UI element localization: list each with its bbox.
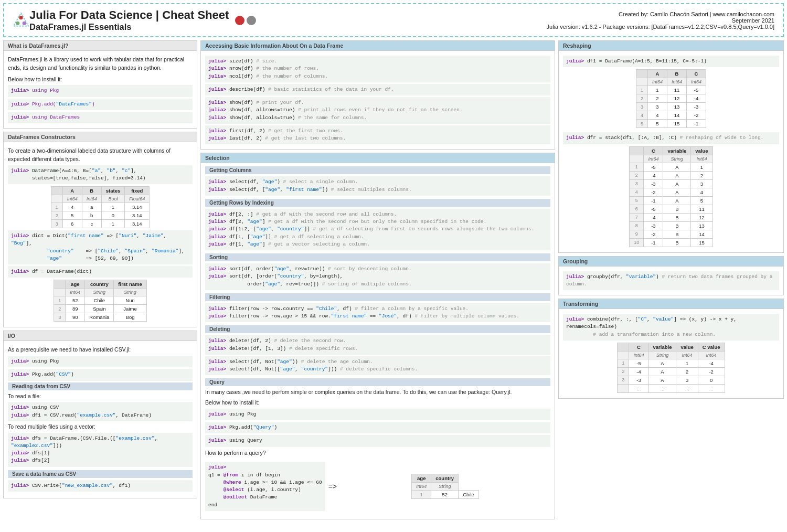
constructor-code-1: julia> DataFrame(A=4:6, B=["a", "b", "c"… (8, 165, 193, 185)
select-cols-code: julia> select(df, "age") # select a sing… (205, 176, 550, 196)
query-how-label: How to perform a query? (205, 449, 550, 457)
circle-gray-icon (247, 16, 256, 25)
reshaping-section: Reshaping julia> df1 = DataFrame(A=1:5, … (558, 40, 784, 253)
constructor-table-2: agecountryfirst name Int64StringString 1… (54, 280, 146, 322)
grouping-section: Grouping julia> groupby(dfr, "variable")… (558, 256, 784, 296)
query-header: Query (205, 378, 550, 386)
accessing-section: Accessing Basic Information About On a D… (200, 40, 555, 150)
delete-code: julia> delete!(df, 2) # delete the secon… (205, 335, 550, 355)
access-code-3: julia> show(df) # print your df. julia> … (205, 97, 550, 124)
filter-code: julia> filter(row -> row.country == "Chi… (205, 303, 550, 323)
svg-point-1 (19, 16, 23, 19)
grouping-code: julia> groupby(dfr, "variable") # return… (563, 271, 779, 291)
save-csv-subsection: Save a data frame as CSV julia> CSV.writ… (8, 470, 193, 492)
io-code-5: julia> CSV.write("new_example.csv", df1) (8, 480, 193, 492)
io-code-4: julia> dfs = DataFrame.(CSV.File.(["exam… (8, 433, 193, 467)
transforming-section: Transforming julia> combine(dfr, :, ["C"… (558, 299, 784, 399)
grouping-body: julia> groupby(dfr, "variable") # return… (559, 267, 783, 295)
selection-body: Getting Columns julia> select(df, "age")… (201, 163, 555, 519)
constructors-text: To create a two-dimensional labeled data… (8, 147, 193, 164)
reading-csv-subsection: Reading data from CSV To read a file: ju… (8, 382, 193, 467)
query-install-code-1: julia> using Pkg (205, 409, 550, 420)
read-file-label: To read a file: (8, 392, 193, 401)
circle-red-icon (235, 16, 244, 25)
selection-header: Selection (201, 153, 555, 163)
query-install-code-2: julia> Pkg.add("Query") (205, 422, 550, 433)
deleting-subsection: Deleting julia> delete!(df, 2) # delete … (205, 325, 550, 375)
arrow-icon: => (328, 482, 337, 491)
transform-code: julia> combine(dfr, :, ["C", "value"] =>… (563, 314, 779, 341)
access-code-4: julia> first(df, 2) # get the first two … (205, 125, 550, 145)
page-title-sub: DataFrames.jl Essentials (29, 22, 229, 32)
install-code-3: julia> using DataFrames (8, 112, 193, 123)
query-example: julia> q1 = @from i in df begin @where i… (205, 460, 550, 513)
install-label: Below how to install it: (8, 76, 193, 84)
reshape-table-1: ABC Int64Int64Int64 1111-5 2212-4 3313-3… (636, 69, 706, 128)
page-title-main: Julia For Data Science | Cheat Sheet (29, 8, 229, 22)
mid-column: Accessing Basic Information About On a D… (200, 40, 555, 523)
getting-cols-header: Getting Columns (205, 166, 550, 174)
getting-rows-subsection: Getting Rows by Indexing julia> df[2, :]… (205, 199, 550, 250)
what-is-section: What is DataFrames.jl? DataFrames.jl is … (3, 40, 197, 129)
constructor-code-3: julia> df = DataFrame(dict) (8, 266, 193, 278)
install-code-1: julia> using Pkg (8, 85, 193, 97)
accessing-header: Accessing Basic Information About On a D… (201, 41, 555, 51)
transform-table: CvariablevalueC value Int64StringInt64In… (617, 343, 725, 393)
getting-rows-header: Getting Rows by Indexing (205, 199, 550, 207)
filtering-header: Filtering (205, 293, 550, 301)
query-result-table: agecountry Int64String 152Chile (411, 474, 479, 499)
svg-point-2 (16, 21, 19, 25)
grouping-header: Grouping (559, 257, 783, 267)
query-body: In many cases ,we need to perfom simple … (205, 388, 550, 397)
constructors-section: DataFrames Constructors To create a two-… (3, 132, 197, 327)
right-column: Reshaping julia> df1 = DataFrame(A=1:5, … (558, 40, 784, 523)
sorting-subsection: Sorting julia> sort(df, order("age", rev… (205, 253, 550, 290)
constructor-table-1: ABstatesfixed Int64Int64BoolFloat64 14a1… (51, 186, 150, 228)
query-install-code-3: julia> using Query (205, 435, 550, 446)
left-column: What is DataFrames.jl? DataFrames.jl is … (3, 40, 197, 523)
io-code-3: julia> using CSV julia> df1 = CSV.read("… (8, 402, 193, 421)
main-content: What is DataFrames.jl? DataFrames.jl is … (0, 40, 787, 526)
reshape-table-2: Cvariablevalue Int64StringInt64 1-5A1 2-… (629, 146, 712, 247)
reshape-code-1: julia> df1 = DataFrame(A=1:5, B=11:15, C… (563, 56, 779, 67)
svg-point-3 (23, 21, 26, 25)
reading-csv-header: Reading data from CSV (8, 382, 193, 390)
reshape-code-2: julia> dfr = stack(df1, [:A, :B], :C) # … (563, 132, 779, 144)
transforming-body: julia> combine(dfr, :, ["C", "value"] =>… (559, 309, 783, 398)
reshaping-header: Reshaping (559, 41, 783, 51)
selection-section: Selection Getting Columns julia> select(… (200, 153, 555, 519)
date-text: September 2021 (732, 17, 774, 24)
accessing-body: julia> size(df) # size. julia> nrow(df) … (201, 51, 555, 149)
version-text: Julia version: v1.6.2 - Package versions… (547, 24, 774, 30)
io-body: As a prerequisite we need to have instal… (4, 341, 197, 498)
deleting-header: Deleting (205, 325, 550, 333)
read-multiple-label: To read multiple files using a vector: (8, 423, 193, 431)
reshaping-body: julia> df1 = DataFrame(A=1:5, B=11:15, C… (559, 51, 783, 252)
constructor-code-2: julia> dict = Dict("first name" => ["Nur… (8, 230, 193, 264)
io-prereq: As a prerequisite we need to have instal… (8, 346, 193, 354)
access-code-2: julia> describe(df) # basic statistics o… (205, 84, 550, 95)
save-csv-header: Save a data frame as CSV (8, 470, 193, 478)
filtering-subsection: Filtering julia> filter(row -> row.count… (205, 293, 550, 323)
header-right: Created by: Camilo Chacón Sartori | www.… (547, 11, 774, 30)
header-title-group: Julia For Data Science | Cheat Sheet Dat… (13, 8, 256, 32)
select-delete-code: julia> select!(df, Not("age")) # delete … (205, 356, 550, 376)
io-header: I/O (4, 331, 197, 341)
io-section: I/O As a prerequisite we need to have in… (3, 331, 197, 498)
julia-logo-icon (13, 12, 29, 29)
query-subsection: Query In many cases ,we need to perfom s… (205, 378, 550, 513)
page: Julia For Data Science | Cheat Sheet Dat… (0, 0, 787, 526)
access-code-1: julia> size(df) # size. julia> nrow(df) … (205, 56, 550, 82)
transforming-header: Transforming (559, 299, 783, 309)
what-is-text: DataFrames.jl is a library used to work … (8, 56, 193, 72)
what-is-header: What is DataFrames.jl? (4, 41, 197, 51)
constructors-body: To create a two-dimensional labeled data… (4, 142, 197, 327)
sorting-header: Sorting (205, 253, 550, 261)
query-install-label: Below how to install it: (205, 399, 550, 407)
io-code-1: julia> using Pkg (8, 356, 193, 367)
constructors-header: DataFrames Constructors (4, 132, 197, 142)
created-by-text: Created by: Camilo Chacón Sartori | www.… (619, 11, 774, 17)
logo-circles (235, 16, 256, 25)
what-is-body: DataFrames.jl is a library used to work … (4, 51, 197, 128)
select-rows-code: julia> df[2, :] # get a df with the seco… (205, 209, 550, 250)
